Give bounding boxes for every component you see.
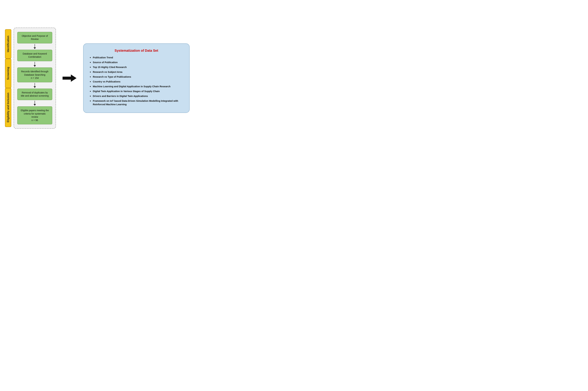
stage-identification: Identification [5, 29, 11, 59]
right-panel: Systematization of Data Set Publication … [83, 43, 190, 113]
flow-box-records-label: Records Identified through Database Sear… [21, 70, 48, 76]
flow-box-eligible-label: Eligible papers meeting the criteria for… [21, 109, 49, 118]
panel-list-item-1: Source of Publication [89, 61, 184, 64]
arrow-line-1 [35, 44, 35, 47]
arrow-head-3 [34, 86, 36, 88]
flow-box-objective: Objective and Purpose of Review [17, 32, 52, 43]
big-arrow-shaft [63, 77, 71, 80]
left-section: Identification Screening Eligibility and… [5, 28, 56, 129]
panel-list-item-6: Machine Learning and Digital Application… [89, 85, 184, 88]
arrow-4 [34, 101, 36, 106]
arrow-head-2 [34, 65, 36, 67]
panel-list-item-3: Research vs Subject Area [89, 70, 184, 74]
arrow-line-3 [35, 83, 35, 86]
flow-box-database: Database and Keyword Combination [17, 50, 52, 61]
panel-list-item-0: Publication Trend [89, 56, 184, 59]
big-arrow [63, 75, 77, 82]
panel-list: Publication TrendSource of PublicationTo… [89, 56, 184, 106]
arrow-1 [34, 44, 36, 49]
panel-list-item-2: Top 15 Highly Cited Research [89, 66, 184, 69]
panel-list-item-7: Digital Twin Application in Various Stag… [89, 90, 184, 93]
panel-list-item-8: Drivers and Barriers in Digital Twin App… [89, 95, 184, 98]
arrow-2 [34, 62, 36, 67]
panel-list-item-9: Framework on IoT based Data-Driven Simul… [89, 99, 184, 106]
arrow-line-2 [35, 62, 35, 65]
arrow-head-4 [34, 104, 36, 106]
stage-screening: Screening [5, 59, 11, 88]
arrow-3 [34, 83, 36, 88]
flow-box-removal: Removal of duplicates by title and abstr… [17, 89, 52, 100]
panel-title: Systematization of Data Set [89, 49, 184, 53]
flow-box-eligible-n: n = 96 [31, 119, 38, 121]
flow-dashed-box: Objective and Purpose of Review Database… [14, 28, 56, 129]
panel-list-item-5: Country vs Publications [89, 80, 184, 84]
flow-box-records-n: n = 154 [31, 77, 39, 79]
flow-box-records: Records Identified through Database Sear… [17, 68, 52, 82]
big-arrow-body [63, 75, 77, 82]
big-arrow-head [71, 75, 77, 82]
arrow-head-1 [34, 47, 36, 49]
flow-box-eligible: Eligible papers meeting the criteria for… [17, 106, 52, 124]
arrow-line-4 [35, 101, 35, 104]
panel-list-item-4: Research vs Type of Publications [89, 75, 184, 79]
stage-eligibility: Eligibility and Inclusion [5, 88, 11, 127]
diagram-container: Identification Screening Eligibility and… [5, 28, 230, 129]
stages-column: Identification Screening Eligibility and… [5, 28, 11, 129]
